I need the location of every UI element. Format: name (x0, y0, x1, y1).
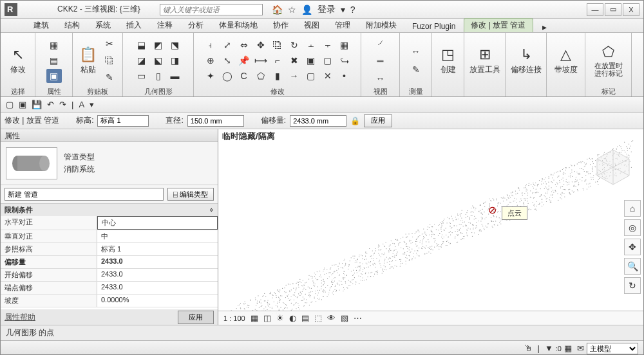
move3-icon[interactable]: ✦ (203, 69, 218, 83)
trim-icon[interactable]: ⫠ (303, 38, 319, 52)
level-select[interactable] (97, 115, 149, 127)
login-label[interactable]: 登录 (317, 4, 336, 15)
model-select[interactable]: 主模型 (587, 343, 638, 354)
props-filter-icon[interactable]: ▤ (46, 53, 62, 68)
collapse-icon[interactable]: ⬨ (209, 205, 214, 215)
measure-icon[interactable]: ↔ (408, 44, 424, 59)
detail-icon[interactable]: ▦ (251, 313, 258, 323)
home-icon[interactable]: ⌂ (624, 200, 641, 217)
view-cube[interactable] (591, 145, 636, 190)
prop-value[interactable]: 2433.0 (97, 269, 218, 281)
diameter-input[interactable] (187, 115, 244, 127)
rotate-icon[interactable]: ↻ (287, 38, 302, 52)
match-icon[interactable]: ✎ (102, 70, 117, 84)
tab-system[interactable]: 系统 (88, 18, 118, 32)
tab-analyze[interactable]: 分析 (181, 18, 211, 32)
viewport[interactable]: 临时隐藏/隔离 ⊘ 点云 ⌂ ◎ ✥ 🔍 ↻ 1 : 100 ▦ ◫ ☀ ◐ ▤… (218, 129, 643, 325)
override-icon[interactable]: ═ (373, 53, 388, 68)
offset-input[interactable] (290, 115, 346, 127)
select-icon[interactable]: 🖱 (524, 343, 533, 353)
join-icon[interactable]: ⬔ (167, 38, 183, 52)
lock-icon[interactable]: 🔒 (350, 116, 360, 125)
star-icon[interactable]: ☆ (288, 5, 296, 15)
prop-value[interactable]: 0.0000% (97, 295, 218, 307)
dot-icon[interactable]: • (337, 69, 352, 83)
props-apply-button[interactable]: 应用 (178, 311, 214, 324)
qa-text-icon[interactable]: A (79, 100, 84, 109)
create-button[interactable]: ◳ 创建 (439, 45, 457, 77)
qa-undo-icon[interactable]: ↶ (47, 100, 54, 109)
tab-view[interactable]: 视图 (297, 18, 327, 32)
props-help-link[interactable]: 属性帮助 (5, 312, 35, 323)
wall-icon[interactable]: ▭ (134, 69, 149, 83)
crop-icon[interactable]: ⬚ (314, 313, 322, 323)
prop-row[interactable]: 坡度0.0000% (1, 295, 218, 307)
tab-collab[interactable]: 协作 (266, 18, 296, 32)
render-icon[interactable]: ▤ (301, 313, 309, 323)
filter-icon[interactable]: ▼ (545, 343, 553, 353)
tab-fuzor[interactable]: Fuzor Plugin (405, 20, 462, 32)
pan-icon[interactable]: ✥ (624, 239, 641, 255)
offset-connect-button[interactable]: ↳ 偏移连接 (509, 45, 543, 77)
edit-type-button[interactable]: ⌸ 编辑类型 (167, 188, 214, 201)
prop-row[interactable]: 参照标高标高 1 (1, 243, 218, 256)
vstyle-icon[interactable]: ◫ (263, 313, 271, 323)
hide-icon[interactable]: ⟋ (373, 35, 388, 50)
scale-icon[interactable]: ⤡ (220, 53, 235, 68)
move2-icon[interactable]: ⊕ (203, 53, 218, 68)
type-selector-row[interactable]: 管道类型 消防系统 (1, 142, 218, 185)
more-icon[interactable]: ⋯ (354, 313, 362, 323)
user-icon[interactable]: 👤 (301, 5, 312, 15)
apply-button[interactable]: 应用 (364, 114, 392, 127)
split-face-icon[interactable]: ◪ (134, 53, 149, 68)
c-icon[interactable]: C (236, 69, 252, 83)
prop-row[interactable]: 开始偏移2433.0 (1, 269, 218, 282)
modify-button[interactable]: ↖ 修改 (9, 45, 27, 77)
tab-struct[interactable]: 结构 (57, 18, 87, 32)
zoom-icon[interactable]: 🔍 (624, 258, 641, 275)
prop-value[interactable]: 2433.0 (97, 282, 218, 294)
extend-icon[interactable]: ⟼ (253, 53, 269, 68)
view3-icon[interactable]: ↔ (373, 71, 388, 86)
prop-row[interactable]: 水平对正中心 (1, 216, 218, 230)
ungroup-icon[interactable]: ▢ (320, 53, 336, 68)
arrow-icon[interactable]: → (287, 69, 302, 83)
prop-row[interactable]: 偏移量2433.0 (1, 256, 218, 269)
props-icon[interactable]: ▦ (46, 38, 62, 52)
scale-label[interactable]: 1 : 100 (223, 314, 245, 322)
tag-button[interactable]: ⬠ 在放置时 进行标记 (593, 42, 624, 78)
tab-insert[interactable]: 插入 (119, 18, 149, 32)
shadow-icon[interactable]: ◐ (289, 313, 296, 323)
cope-icon[interactable]: ⬓ (134, 38, 149, 52)
tab-anno[interactable]: 注释 (150, 18, 180, 32)
copy-icon[interactable]: ⿻ (102, 53, 117, 68)
orbit-icon[interactable]: ↻ (624, 277, 641, 294)
circle-icon[interactable]: ◯ (220, 69, 235, 83)
prop-value[interactable]: 中心 (97, 216, 218, 230)
demolish-icon[interactable]: ◨ (167, 53, 183, 68)
qa-open-icon[interactable]: ▣ (19, 100, 26, 109)
tab-addins[interactable]: 附加模块 (359, 18, 404, 32)
qa-save-icon[interactable]: 💾 (32, 100, 42, 109)
align-icon[interactable]: ⫞ (203, 38, 218, 52)
prop-row[interactable]: 端点偏移2433.0 (1, 282, 218, 295)
prop-row[interactable]: 垂直对正中 (1, 230, 218, 243)
worksets-icon[interactable]: ▦ (564, 343, 572, 353)
split-icon[interactable]: ⫟ (320, 38, 336, 52)
link-icon[interactable]: ⮑ (337, 53, 352, 68)
opening-icon[interactable]: ▯ (151, 69, 166, 83)
info-icon[interactable]: 🏠 (272, 5, 283, 15)
beam-icon[interactable]: ▬ (167, 69, 183, 83)
props-panel-icon[interactable]: ▣ (46, 69, 62, 83)
reveal-icon[interactable]: ▧ (341, 313, 348, 323)
qa-redo-icon[interactable]: ↷ (59, 100, 66, 109)
tab-mass[interactable]: 体量和场地 (212, 18, 265, 32)
tab-manage[interactable]: 管理 (328, 18, 357, 32)
poly-icon[interactable]: ⬠ (253, 69, 269, 83)
cut-icon[interactable]: ✂ (102, 37, 117, 51)
editreq-icon[interactable]: ✉ (577, 343, 584, 353)
bar-icon[interactable]: ▮ (270, 69, 285, 83)
paint-icon[interactable]: ⬕ (151, 53, 166, 68)
qa-more-icon[interactable]: ▾ (90, 100, 94, 109)
dim-icon[interactable]: ✎ (408, 62, 424, 77)
